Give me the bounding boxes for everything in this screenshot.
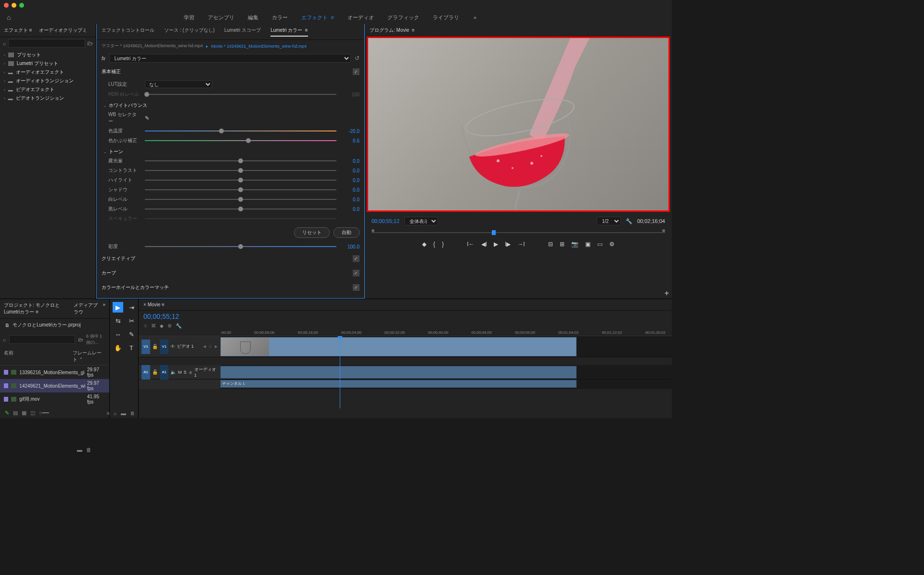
audio-clip-2[interactable]: チャンネル 1 [220, 380, 577, 388]
next-keyframe-icon[interactable]: ▶ [215, 344, 218, 349]
slip-tool-icon[interactable]: ↔ [113, 329, 123, 340]
ws-learn[interactable]: 学習 [184, 14, 194, 21]
tree-video-effects[interactable]: ›▬ビデオエフェクト [0, 85, 96, 94]
basic-toggle[interactable]: ✓ [353, 68, 359, 75]
type-tool-icon[interactable]: T [126, 342, 137, 353]
play-icon[interactable]: ▶ [494, 241, 498, 248]
safe-margins-icon[interactable]: ▭ [597, 241, 603, 248]
blacks-value[interactable]: 0.0 [340, 207, 359, 212]
section-creative[interactable]: クリエイティブ✓ [102, 251, 359, 266]
video-clip[interactable] [220, 337, 577, 356]
contrast-slider[interactable] [145, 170, 336, 171]
fx-badge[interactable]: fx [102, 56, 105, 61]
wheels-toggle[interactable]: ✓ [353, 284, 359, 291]
compare-icon[interactable]: ▣ [585, 241, 590, 248]
timeline-ruler[interactable]: :00;0000;00;08;0000;00;16;0000;00;24;000… [139, 329, 672, 336]
reset-button[interactable]: リセット [294, 227, 330, 238]
ws-color[interactable]: カラー [272, 14, 288, 21]
razor-tool-icon[interactable]: ✂ [126, 315, 137, 326]
home-icon[interactable]: ⌂ [7, 13, 11, 21]
step-forward-icon[interactable]: I▶ [505, 241, 511, 248]
tab-effects[interactable]: エフェクト ≡ [4, 27, 32, 34]
settings-icon[interactable]: 🔧 [626, 218, 632, 224]
resolution-select[interactable]: 1/2 [597, 217, 621, 225]
lock-icon[interactable]: 🔓 [152, 344, 158, 349]
tint-slider[interactable] [145, 140, 336, 141]
reset-effect-icon[interactable]: ↺ [355, 55, 359, 62]
export-frame-icon[interactable]: 📷 [571, 241, 578, 248]
ws-library[interactable]: ライブラリ [433, 14, 459, 21]
clip-row[interactable]: 14249621_MotionElements_wi29.97 fps [0, 379, 109, 392]
audio-clip[interactable] [220, 366, 577, 379]
ws-audio[interactable]: オーディオ [347, 14, 374, 21]
new-item-icon[interactable]: 🗎 [130, 410, 135, 416]
curves-toggle[interactable]: ✓ [353, 270, 359, 276]
temp-value[interactable]: -20.0 [340, 129, 359, 134]
v1-source-patch[interactable]: V1 [141, 340, 150, 354]
tab-lumetri-color[interactable]: Lumetri カラー ≡ [270, 27, 308, 37]
tree-video-transitions[interactable]: ›▬ビデオトランジション [0, 94, 96, 103]
add-keyframe-icon[interactable]: ◇ [209, 344, 212, 349]
highlights-value[interactable]: 0.0 [340, 178, 359, 183]
ws-assembly[interactable]: アセンブリ [208, 14, 234, 21]
timeline-timecode[interactable]: 00;00;55;12 [139, 311, 672, 322]
ripple-edit-tool-icon[interactable]: ⇆ [113, 315, 123, 326]
workspace-overflow-icon[interactable]: » [474, 14, 476, 20]
a1-source-patch[interactable]: A1 [141, 365, 150, 379]
hand-tool-icon[interactable]: ✋ [113, 342, 123, 353]
new-bin-icon[interactable]: ▬ [121, 410, 126, 416]
effects-search-input[interactable] [8, 39, 85, 48]
tint-value[interactable]: 8.6 [340, 138, 359, 144]
settings-icon[interactable]: ⚙ [167, 323, 172, 328]
settings2-icon[interactable]: ⚙ [609, 241, 615, 248]
mute-button[interactable]: M [178, 370, 182, 375]
program-tc-current[interactable]: 00;00;55;12 [372, 218, 399, 224]
solo-button[interactable]: S [184, 370, 187, 375]
tree-audio-transitions[interactable]: ›▬オーディオトランジション [0, 77, 96, 85]
shadows-slider[interactable] [145, 189, 336, 190]
ws-graphics[interactable]: グラフィック [387, 14, 419, 21]
tab-lumetri-scopes[interactable]: Lumetri スコープ [224, 27, 261, 37]
link-icon[interactable]: ⌘ [151, 323, 156, 328]
tab-overflow-icon[interactable]: » [103, 302, 105, 315]
tab-audio-clip-mixer[interactable]: オーディオクリップミ [39, 27, 87, 34]
record-icon[interactable]: ◉ [189, 370, 192, 375]
lut-select[interactable]: なし [145, 80, 212, 88]
exposure-slider[interactable] [145, 160, 336, 161]
tone-header[interactable]: ⌄トーン [102, 145, 359, 156]
tree-audio-effects[interactable]: ›▬オーディオエフェクト [0, 68, 96, 77]
lock-icon[interactable]: 🔓 [152, 369, 158, 375]
go-to-out-icon[interactable]: →I [517, 241, 525, 248]
marker-add-icon[interactable]: ◆ [160, 323, 164, 328]
project-search-input[interactable] [9, 335, 75, 344]
blacks-slider[interactable] [145, 209, 336, 209]
saturation-value[interactable]: 100.0 [340, 244, 359, 249]
clip-row[interactable]: gif用.mov41.95 fps [0, 392, 109, 406]
tab-effect-controls[interactable]: エフェクトコントロール [102, 27, 154, 37]
pen-tool-icon[interactable]: ✎ [126, 329, 137, 340]
mute-icon[interactable]: 🔈 [170, 369, 176, 375]
sequence-tab[interactable]: × Movie ≡ [143, 302, 165, 307]
program-scrubber[interactable] [372, 229, 665, 236]
tab-source[interactable]: ソース : (クリップなし) [164, 27, 215, 37]
shadows-value[interactable]: 0.0 [340, 187, 359, 193]
freeform-view-icon[interactable]: ◫ [30, 410, 35, 416]
lift-icon[interactable]: ⊟ [548, 241, 553, 248]
section-curves[interactable]: カーブ✓ [102, 266, 359, 280]
program-monitor[interactable] [368, 38, 668, 210]
wb-header[interactable]: ⌄ホワイトバランス [102, 99, 359, 110]
whites-value[interactable]: 0.0 [340, 197, 359, 202]
marker-icon[interactable]: ◆ [422, 241, 426, 248]
wrench-icon[interactable]: 🔧 [176, 323, 181, 328]
add-button-icon[interactable]: + [665, 289, 669, 298]
a1-target[interactable]: A1 [160, 365, 168, 379]
section-wheels[interactable]: カラーホイールとカラーマッチ✓ [102, 280, 359, 295]
v1-target[interactable]: V1 [160, 340, 168, 354]
eyedropper-icon[interactable]: ✎ [145, 115, 149, 121]
col-fps[interactable]: フレームレート ⌃ [73, 350, 105, 363]
fx-name-select[interactable]: Lumetri カラー [109, 54, 351, 63]
ws-effects[interactable]: エフェクト ≡ [301, 14, 334, 21]
new-bin-icon[interactable]: 🗁 [87, 40, 93, 47]
extract-icon[interactable]: ⊞ [560, 241, 565, 248]
prev-keyframe-icon[interactable]: ◀ [203, 344, 206, 349]
